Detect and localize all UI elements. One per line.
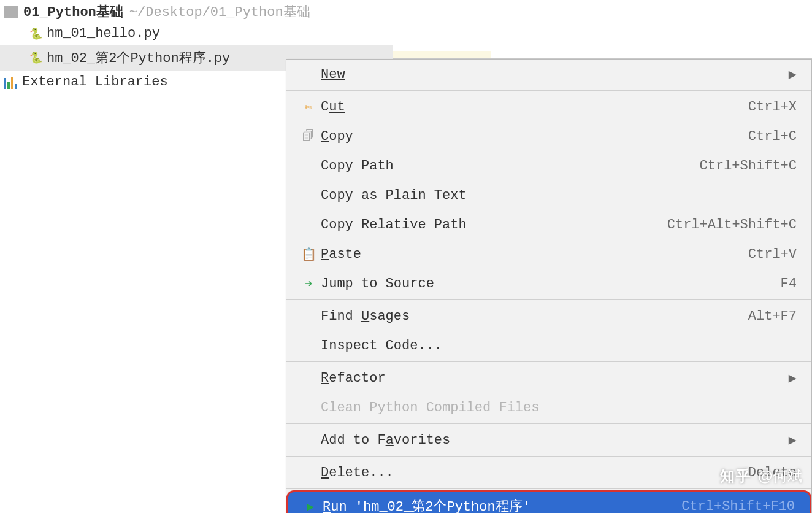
paste-icon: 📋 (296, 247, 321, 262)
chevron-right-icon: ▶ (789, 66, 797, 83)
menu-clean-compiled: Clean Python Compiled Files (286, 393, 811, 422)
menu-separator (286, 90, 811, 91)
shortcut: Ctrl+X (748, 99, 797, 115)
watermark: 知乎 @何斌 (720, 466, 802, 486)
chevron-right-icon: ▶ (789, 432, 797, 449)
menu-separator (286, 456, 811, 457)
file-label: hm_02_第2个Python程序.py (47, 48, 230, 67)
tree-file-hm01[interactable]: 🐍 hm_01_hello.py (0, 22, 393, 45)
context-menu: New ▶ ✄ Cut Ctrl+X 🗐 Copy Ctrl+C Copy Pa… (286, 59, 812, 513)
menu-cut[interactable]: ✄ Cut Ctrl+X (286, 92, 811, 122)
menu-copy-relative[interactable]: Copy Relative Path Ctrl+Alt+Shift+C (286, 210, 811, 239)
menu-separator (286, 361, 811, 362)
file-label: hm_01_hello.py (47, 26, 160, 41)
menu-inspect-code[interactable]: Inspect Code... (286, 331, 811, 360)
external-libraries-label: External Libraries (22, 74, 168, 90)
project-path: ~/Desktop/01_Python基础 (129, 2, 310, 21)
watermark-author: @何斌 (758, 466, 802, 486)
menu-separator (286, 423, 811, 424)
library-icon (4, 75, 18, 89)
run-icon: ▶ (298, 499, 323, 514)
python-file-icon: 🐍 (29, 27, 43, 40)
menu-run[interactable]: ▶ Run 'hm_02_第2个Python程序' Ctrl+Shift+F10 (286, 490, 811, 513)
menu-separator (286, 488, 811, 489)
jump-icon: ➜ (296, 276, 321, 291)
menu-jump-to-source[interactable]: ➜ Jump to Source F4 (286, 269, 811, 298)
menu-copy-plain[interactable]: Copy as Plain Text (286, 180, 811, 210)
project-root[interactable]: 01_Python基础 ~/Desktop/01_Python基础 (0, 0, 393, 22)
menu-add-favorites[interactable]: Add to Favorites ▶ (286, 425, 811, 455)
shortcut: Ctrl+V (748, 247, 797, 262)
menu-refactor[interactable]: Refactor ▶ (286, 363, 811, 393)
project-name: 01_Python基础 (23, 2, 123, 21)
folder-icon (4, 6, 18, 18)
menu-new[interactable]: New ▶ (286, 60, 811, 89)
shortcut: Alt+F7 (748, 309, 797, 324)
copy-icon: 🗐 (296, 129, 321, 144)
shortcut: Ctrl+Alt+Shift+C (667, 217, 797, 233)
shortcut: Ctrl+Shift+C (700, 158, 797, 174)
editor-area (393, 0, 812, 59)
menu-copy[interactable]: 🗐 Copy Ctrl+C (286, 122, 811, 151)
menu-separator (286, 299, 811, 300)
python-file-icon: 🐍 (29, 51, 43, 64)
shortcut: F4 (781, 276, 797, 291)
shortcut: Ctrl+C (748, 129, 797, 144)
chevron-right-icon: ▶ (789, 370, 797, 387)
menu-copy-path[interactable]: Copy Path Ctrl+Shift+C (286, 151, 811, 180)
zhihu-logo: 知乎 (720, 466, 752, 486)
scissors-icon: ✄ (296, 99, 321, 115)
menu-paste[interactable]: 📋 Paste Ctrl+V (286, 239, 811, 269)
shortcut: Ctrl+Shift+F10 (681, 499, 795, 514)
menu-find-usages[interactable]: Find Usages Alt+F7 (286, 301, 811, 331)
